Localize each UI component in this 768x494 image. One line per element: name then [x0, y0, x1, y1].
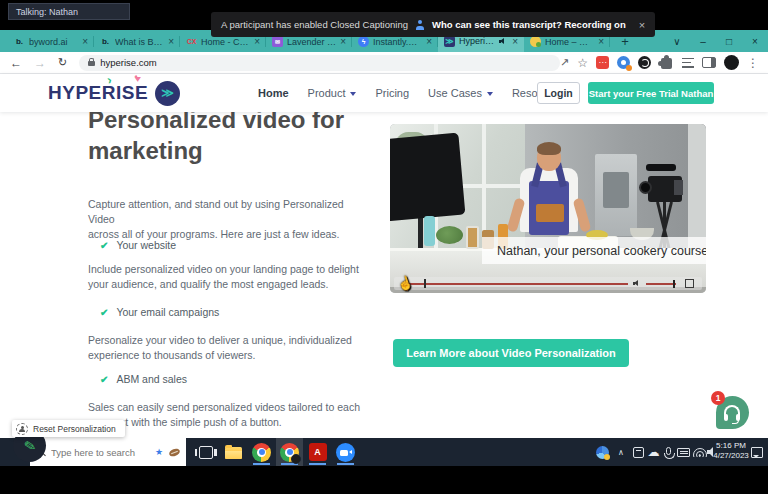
tab-close-icon[interactable]: ×: [254, 36, 260, 47]
nav-pricing[interactable]: Pricing: [375, 87, 409, 99]
extension-swirl-icon[interactable]: [638, 56, 651, 69]
maximize-icon[interactable]: □: [716, 30, 742, 52]
abm-paragraph: Sales can easily send personalized video…: [88, 400, 370, 430]
video-player[interactable]: Nathan, your personal cookery course ☝: [390, 124, 706, 293]
tray-keyboard[interactable]: [675, 438, 692, 466]
extension-red-icon[interactable]: ⋯: [596, 56, 609, 69]
camera-lens: [639, 181, 652, 194]
prop-greens: [436, 226, 463, 244]
chevron-down-icon: [487, 92, 493, 96]
check-icon: ✔: [100, 240, 108, 251]
close-icon[interactable]: ×: [742, 30, 768, 52]
main-nav: Home Product Pricing Use Cases Resources: [258, 74, 575, 112]
tray-microphone[interactable]: [661, 438, 676, 466]
tab-close-icon[interactable]: ×: [340, 36, 346, 47]
tab-byword[interactable]: b. byword.ai ×: [8, 31, 94, 52]
chrome-button[interactable]: [248, 438, 275, 466]
tray-help[interactable]: [592, 438, 612, 466]
profile-badge: [291, 454, 301, 464]
file-explorer-button[interactable]: [220, 438, 247, 466]
check-icon: ✔: [100, 374, 108, 385]
tab-close-icon[interactable]: ×: [598, 36, 604, 47]
video-progress-bar[interactable]: [404, 283, 628, 285]
byword-favicon: b.: [100, 36, 111, 47]
video-playhead[interactable]: [424, 279, 426, 288]
cc-notice-text: A participant has enabled Closed Caption…: [221, 19, 408, 30]
action-center-button[interactable]: [747, 438, 766, 466]
lock-icon: [88, 61, 95, 66]
acrobat-button[interactable]: A: [304, 438, 331, 466]
byword-favicon: b.: [14, 36, 25, 47]
login-button[interactable]: Login: [537, 82, 580, 104]
tab-close-icon[interactable]: ×: [168, 36, 174, 47]
browser-menu-icon[interactable]: ⋮: [747, 56, 759, 70]
talking-label: Talking: Nathan: [16, 7, 78, 17]
presenter-head: [537, 144, 561, 171]
tray-app-window[interactable]: [630, 438, 646, 466]
share-icon[interactable]: ↗: [560, 56, 569, 69]
search-input[interactable]: [51, 447, 149, 458]
reset-personalization-button[interactable]: Reset Personalization: [12, 420, 125, 437]
nav-use-cases[interactable]: Use Cases: [428, 87, 493, 99]
tab-what-is-byword[interactable]: b. What is Byword? ×: [94, 31, 180, 52]
windows-taskbar: ★ A ∧ ☁ 5:16 PM 4/27/2023: [0, 438, 768, 466]
volume-knob[interactable]: [673, 280, 675, 288]
zoom-button[interactable]: [332, 438, 359, 466]
site-header: HYPERISE › ♥ ≫ Home Product Pricing Use …: [0, 74, 768, 112]
check-item-email: ✔ Your email campaigns: [100, 306, 219, 318]
tab-audio-icon[interactable]: [499, 37, 508, 46]
reset-avatar-icon: [16, 423, 28, 435]
notification-icon: [751, 447, 763, 458]
lavender-favicon: ✉: [272, 36, 283, 47]
email-paragraph: Personalize your video to deliver a uniq…: [88, 333, 370, 363]
chat-widget-button[interactable]: 1: [716, 396, 749, 429]
folder-icon: [225, 447, 242, 459]
taskbar-search[interactable]: ★: [30, 438, 186, 466]
bookmark-star-icon[interactable]: ☆: [577, 56, 588, 70]
extension-gear-icon[interactable]: [617, 56, 630, 69]
fullscreen-icon[interactable]: [685, 279, 694, 288]
nav-product[interactable]: Product: [308, 87, 357, 99]
address-bar[interactable]: hyperise.com: [79, 55, 560, 71]
tab-close-icon[interactable]: ×: [82, 36, 88, 47]
task-view-button[interactable]: [192, 438, 219, 466]
check-item-website: ✔ Your website: [100, 239, 176, 251]
zoom-icon: [336, 443, 355, 462]
cloud-icon: ☁: [648, 445, 660, 459]
volume-icon[interactable]: [633, 279, 642, 288]
taskbar-clock[interactable]: 5:16 PM 4/27/2023: [712, 441, 750, 462]
chrome-profile-button[interactable]: [276, 438, 303, 466]
volume-slider[interactable]: [646, 283, 676, 285]
learn-more-button[interactable]: Learn More about Video Personalization: [393, 339, 629, 367]
check-item-abm: ✔ ABM and sales: [100, 373, 187, 385]
minimize-icon[interactable]: –: [690, 30, 716, 52]
tray-onedrive[interactable]: ☁: [645, 438, 662, 466]
back-icon[interactable]: ←: [10, 56, 22, 70]
microphone-icon: [666, 447, 671, 455]
search-highlight-football-icon: [168, 447, 181, 457]
forward-icon[interactable]: →: [34, 56, 46, 70]
side-panel-icon[interactable]: [702, 57, 716, 68]
intro-paragraph: Capture attention, and stand out by usin…: [88, 197, 370, 242]
logo-text: HYPERISE: [48, 82, 148, 104]
chevron-down-icon: [350, 92, 356, 96]
tab-search-icon[interactable]: ∨: [664, 30, 690, 52]
tray-overflow[interactable]: ∧: [613, 438, 629, 466]
transcript-link[interactable]: Who can see this transcript? Recording o…: [432, 19, 626, 30]
date: 4/27/2023: [712, 451, 750, 461]
notification-close-icon[interactable]: ×: [639, 19, 645, 31]
tab-close-icon[interactable]: ×: [512, 36, 518, 47]
reload-icon[interactable]: ↻: [58, 56, 67, 69]
profile-avatar[interactable]: [724, 55, 739, 70]
caffeina-favicon: [530, 36, 541, 47]
extensions-puzzle-icon[interactable]: [661, 58, 672, 69]
kitchen-appliance: [595, 154, 637, 236]
nav-home[interactable]: Home: [258, 87, 289, 99]
hyperise-logo[interactable]: HYPERISE › ♥ ≫: [48, 80, 180, 106]
free-trial-button[interactable]: Start your Free Trial Nathan: [588, 82, 714, 104]
tab-close-icon[interactable]: ×: [426, 36, 432, 47]
reading-list-icon[interactable]: [682, 58, 694, 68]
camera-microphone: [646, 164, 676, 171]
chrome-icon: [252, 443, 271, 462]
toolbar-right: ↗ ☆ ⋯ ⋮: [560, 55, 768, 70]
